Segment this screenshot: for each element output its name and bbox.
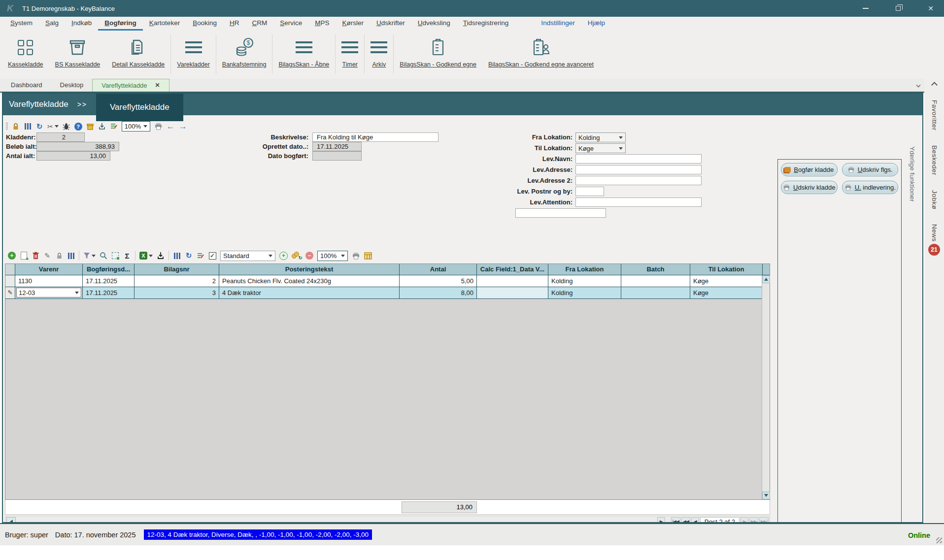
sum-icon[interactable]: Σ — [123, 251, 131, 260]
menu-booking[interactable]: Booking — [186, 17, 223, 31]
search-icon[interactable] — [100, 251, 107, 260]
remove-row-icon[interactable]: − — [305, 252, 313, 260]
udskriv-kladde-button[interactable]: Udskriv kladde — [781, 181, 838, 194]
menu-salg[interactable]: Salg — [39, 17, 65, 31]
udskriv-flgs-button[interactable]: Udskriv flgs. — [842, 163, 899, 176]
scroll-up-icon[interactable] — [762, 275, 770, 283]
menu-bogforing[interactable]: Bogføring — [98, 17, 142, 31]
ribbon-varekladder[interactable]: Varekladder — [171, 33, 215, 68]
filter-icon[interactable] — [83, 251, 96, 260]
export-icon[interactable] — [157, 251, 165, 260]
menu-udskrifter[interactable]: Udskrifter — [370, 17, 411, 31]
fra-lokation-select[interactable]: Kolding — [575, 132, 626, 142]
menu-mps[interactable]: MPS — [308, 17, 336, 31]
pager-fast-next-button[interactable]: ▶▶ — [749, 517, 758, 524]
back-arrow-icon[interactable]: ← — [167, 122, 175, 131]
tab-vareflyttekladde[interactable]: Vareflyttekladde ✕ — [92, 79, 169, 92]
table-row-selected[interactable]: ✎ 12-03 17.11.2025 3 4 Dæk traktor 8,00 … — [5, 287, 770, 299]
lev-postnr-input[interactable] — [575, 187, 604, 196]
col-antal[interactable]: Antal — [400, 264, 477, 275]
lev-adresse2-input[interactable] — [575, 176, 702, 185]
view-select[interactable]: Standard — [220, 251, 275, 261]
pager-next-button[interactable]: ▶ — [741, 517, 748, 524]
til-lokation-select[interactable]: Køge — [575, 143, 626, 153]
copy-record-icon[interactable]: + — [20, 251, 28, 260]
chevron-up-icon[interactable] — [931, 82, 938, 88]
checkbox-icon[interactable]: ✓ — [208, 251, 216, 260]
tab-close-icon[interactable]: ✕ — [155, 79, 160, 92]
breadcrumb-parent[interactable]: Vareflyttekladde — [9, 94, 68, 115]
printer-icon[interactable] — [352, 251, 360, 260]
refresh-icon[interactable]: ↻ — [185, 251, 193, 260]
edit-list-icon[interactable] — [110, 122, 118, 131]
ribbon-kassekladde[interactable]: Kassekladde — [2, 33, 49, 68]
close-button[interactable]: ✕ — [925, 3, 936, 14]
col-til-lokation[interactable]: Til Lokation — [690, 264, 763, 275]
forward-arrow-icon[interactable]: → — [179, 122, 187, 131]
form-zoom-select[interactable]: 100% — [122, 121, 150, 132]
pager-fast-prev-button[interactable]: ◀◀ — [681, 517, 690, 524]
resize-grip[interactable] — [936, 537, 942, 543]
refresh-icon[interactable]: ↻ — [35, 122, 43, 131]
col-bogforingsdato[interactable]: Bogføringsd... — [83, 264, 135, 275]
menu-udveksling[interactable]: Udveksling — [411, 17, 457, 31]
lev-navn-input[interactable] — [575, 154, 702, 164]
debug-bug-icon[interactable] — [63, 122, 70, 131]
u-indlevering-button[interactable]: U. indlevering. — [842, 181, 899, 194]
columns-icon[interactable] — [173, 251, 181, 260]
lev-adresse-input[interactable] — [575, 165, 702, 174]
import-icon[interactable] — [98, 122, 106, 131]
scroll-down-icon[interactable] — [762, 492, 770, 499]
table-icon[interactable] — [364, 251, 372, 260]
col-fra-lokation[interactable]: Fra Lokation — [548, 264, 621, 275]
scroll-left-icon[interactable] — [6, 517, 16, 524]
restore-button[interactable] — [893, 3, 904, 14]
ribbon-arkiv[interactable]: Arkiv — [365, 33, 393, 68]
chevron-down-icon[interactable] — [916, 83, 920, 87]
bogfor-kladde-button[interactable]: Bogfør kladde — [781, 163, 838, 176]
ribbon-detail-kassekladde[interactable]: Detail Kassekladde — [106, 33, 170, 68]
ribbon-bilagsskan-aabne[interactable]: BilagsSkan - Åbne — [272, 33, 335, 68]
pager-prev-button[interactable]: ◀ — [691, 517, 699, 524]
col-varenr[interactable]: Varenr — [15, 264, 83, 275]
menu-tidsregistrering[interactable]: Tidsregistrering — [457, 17, 515, 31]
menu-indkob[interactable]: Indkøb — [65, 17, 98, 31]
hscroll-right-button[interactable]: ▶ — [657, 517, 665, 524]
delete-icon[interactable] — [32, 251, 39, 260]
menu-indstillinger[interactable]: Indstillinger — [535, 17, 581, 31]
insert-row-icon[interactable]: + — [279, 252, 288, 260]
edit-icon[interactable]: ✎ — [43, 251, 51, 260]
sidebar-tab-news[interactable]: News — [931, 224, 938, 242]
menu-system[interactable]: System — [4, 17, 39, 31]
vertical-scrollbar[interactable] — [762, 275, 770, 499]
ribbon-bankafstemning[interactable]: $ Bankafstemning — [216, 33, 272, 68]
beskrivelse-input[interactable]: Fra Kolding til Køge — [312, 132, 438, 142]
menu-kartoteker[interactable]: Kartoteker — [143, 17, 186, 31]
col-bilagsnr[interactable]: Bilagsnr — [135, 264, 219, 275]
col-posteringstekst[interactable]: Posteringstekst — [219, 264, 400, 275]
ribbon-bilagsskan-godkend-avanceret[interactable]: BilagsSkan - Godkend egne avanceret — [482, 33, 600, 68]
menu-korsler[interactable]: Kørsler — [336, 17, 371, 31]
varenr-editor[interactable]: 12-03 — [15, 287, 83, 299]
tab-desktop[interactable]: Desktop — [51, 79, 93, 92]
edit-list-icon[interactable] — [197, 251, 204, 260]
menu-hr[interactable]: HR — [223, 17, 246, 31]
lock-icon[interactable] — [55, 251, 63, 260]
yderlige-funktioner-tab[interactable]: Yderlige funktioner — [909, 146, 916, 202]
tools-icon[interactable]: ✂ — [47, 122, 59, 131]
sidebar-tab-beskeder[interactable]: Beskeder — [931, 145, 938, 175]
tab-dashboard[interactable]: Dashboard — [2, 79, 51, 92]
columns-icon[interactable] — [67, 251, 75, 260]
coins-refresh-icon[interactable]: ↻ — [292, 251, 302, 260]
lock-icon[interactable] — [12, 122, 20, 131]
select-area-icon[interactable] — [111, 251, 119, 260]
excel-export-icon[interactable]: X — [139, 251, 153, 260]
col-batch[interactable]: Batch — [621, 264, 690, 275]
sidebar-tab-favoritter[interactable]: Favoritter — [931, 100, 938, 131]
col-calc-field[interactable]: Calc Field:1_Data V... — [477, 264, 548, 275]
menu-crm[interactable]: CRM — [245, 17, 273, 31]
table-row[interactable]: 1130 17.11.2025 2 Peanuts Chicken Flv. C… — [5, 275, 770, 287]
pager-first-button[interactable]: |◀◀ — [671, 517, 680, 524]
ribbon-bs-kassekladde[interactable]: BS Kassekladde — [49, 33, 106, 68]
ribbon-bilagsskan-godkend[interactable]: BilagsSkan - Godkend egne — [394, 33, 482, 68]
